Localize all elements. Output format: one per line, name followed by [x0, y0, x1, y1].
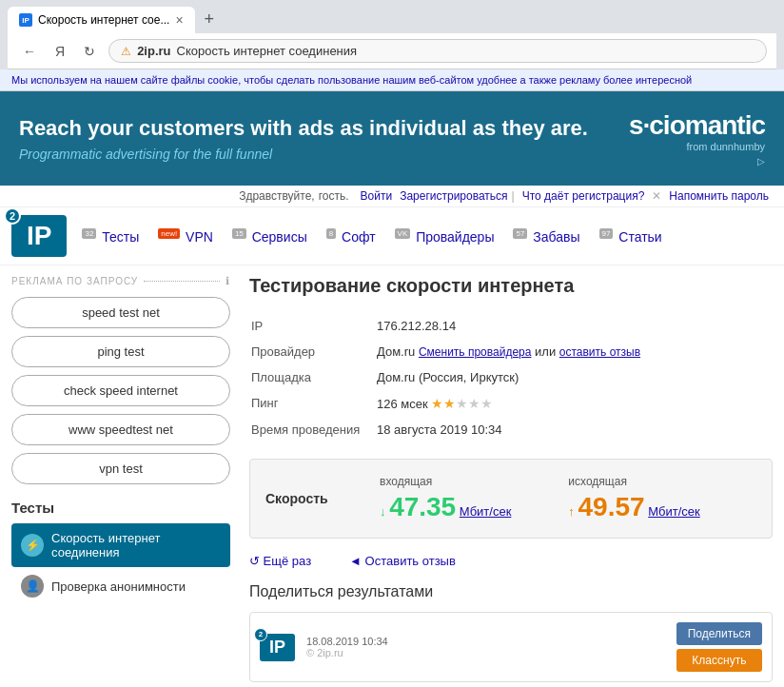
fun-label: Забавы [533, 228, 579, 244]
articles-badge: 97 [599, 228, 614, 239]
or-separator: или [535, 344, 559, 359]
ad-text-block: Reach your customers with ads as individ… [19, 115, 588, 162]
outgoing-value: 49.57 [578, 492, 644, 521]
leave-review-link[interactable]: оставить отзыв [559, 345, 640, 359]
outgoing-speed: исходящая ↑ 49.57 Мбит/сек [568, 475, 699, 522]
ping-number: 126 мсек [377, 397, 428, 411]
security-warning-icon: ⚠ [121, 45, 131, 58]
speed-actions: ↺ Ещё раз ◄ Оставить отзыв [249, 554, 773, 568]
logo-text: IP [27, 221, 51, 250]
back-button[interactable]: ← [17, 42, 42, 61]
info-table: IP 176.212.28.14 Провайдер Дом.ru Сменит… [249, 312, 773, 443]
articles-label: Статьи [618, 228, 661, 244]
location-value: Дом.ru (Россия, Иркутск) [377, 365, 771, 389]
incoming-speed: входящая ↓ 47.35 Мбит/сек [380, 475, 511, 522]
share-vk-button[interactable]: Поделиться [676, 622, 762, 645]
providers-badge: VK [395, 228, 411, 239]
menu-fun[interactable]: 57 Забавы [513, 228, 579, 245]
sidebar-item-anon[interactable]: 👤 Проверка анонимности [11, 567, 230, 605]
register-link[interactable]: Зарегистрироваться [400, 189, 507, 203]
address-path: Скорость интернет соединения [177, 44, 358, 58]
table-row: Пинг 126 мсек ★★★★★ [251, 391, 771, 416]
sidebar-item-speed[interactable]: ⚡ Скорость интернет соединения [11, 523, 230, 567]
login-link[interactable]: Войти [361, 189, 393, 203]
share-info: 18.08.2019 10:34 © 2ip.ru [306, 636, 665, 658]
soft-badge: 8 [326, 228, 336, 239]
ads-dots [144, 281, 220, 282]
ad-button-3[interactable]: check speed internet [11, 375, 230, 406]
ads-label: РЕКЛАМА ПО ЗАПРОСУ ℹ [11, 275, 230, 287]
share-time: 10:34 [362, 636, 388, 647]
share-card: 2 IP 18.08.2019 10:34 © 2ip.ru Поделитьс… [249, 612, 773, 682]
share-buttons: Поделиться Класснуть [676, 622, 762, 672]
address-domain: 2ip.ru [137, 44, 170, 58]
active-tab[interactable]: IP Скорость интернет сое... × [8, 7, 195, 33]
provider-label: Провайдер [251, 340, 375, 363]
tab-close-button[interactable]: × [175, 12, 183, 28]
proxy-icon: 👤 [21, 575, 44, 598]
ping-label: Пинг [251, 391, 375, 416]
incoming-unit: Мбит/сек [460, 504, 512, 519]
sidebar-item-speed-label: Скорость интернет соединения [51, 531, 221, 559]
menu-services[interactable]: 15 Сервисы [232, 228, 307, 245]
share-title: Поделиться результатами [249, 583, 773, 600]
cookie-banner: Мы используем на нашем сайте файлы cooki… [0, 69, 784, 91]
ad-button-4[interactable]: www speedtest net [11, 414, 230, 445]
ad-button-5[interactable]: vpn test [11, 453, 230, 484]
new-tab-button[interactable]: + [197, 6, 223, 33]
separator: | [512, 189, 515, 203]
incoming-value: 47.35 [389, 492, 456, 521]
speed-label: Скорость [265, 491, 380, 506]
outgoing-unit: Мбит/сек [648, 504, 700, 519]
services-label: Сервисы [252, 228, 307, 244]
ads-info-icon[interactable]: ℹ [225, 275, 230, 287]
menu-tests[interactable]: 32 Тесты [82, 228, 139, 245]
menu-providers[interactable]: VK Провайдеры [395, 228, 495, 245]
services-badge: 15 [232, 228, 246, 239]
tests-label: Тесты [102, 228, 139, 244]
sidebar-section-tests: Тесты ⚡ Скорость интернет соединения 👤 П… [11, 500, 230, 605]
ad-banner: Reach your customers with ads as individ… [0, 91, 784, 186]
provider-value: Дом.ru Сменить провайдера или оставить о… [377, 340, 771, 363]
table-row: Провайдер Дом.ru Сменить провайдера или … [251, 340, 771, 363]
ip-label: IP [251, 314, 375, 338]
ad-button-1[interactable]: speed test net [11, 297, 230, 328]
ad-button-2[interactable]: ping test [11, 336, 230, 367]
tests-badge: 32 [82, 228, 96, 239]
separator2: ✕ [652, 189, 661, 203]
soft-label: Софт [342, 228, 376, 244]
speed-columns: входящая ↓ 47.35 Мбит/сек исходящая ↑ 49… [380, 475, 700, 522]
address-bar[interactable]: ⚠ 2ip.ru Скорость интернет соединения [108, 39, 767, 63]
again-link[interactable]: ↺ Ещё раз [249, 554, 311, 568]
change-provider-link[interactable]: Сменить провайдера [419, 345, 532, 359]
ad-brand-block: s·ciomantic from dunnhumby ▷ [629, 110, 765, 167]
datetime-label: Время проведения [251, 418, 375, 442]
menu-articles[interactable]: 97 Статьи [599, 228, 662, 245]
ip-value: 176.212.28.14 [377, 314, 771, 338]
greeting-text: Здравствуйте, [239, 189, 315, 203]
tab-favicon: IP [19, 13, 32, 27]
share-ok-button[interactable]: Класснуть [676, 649, 762, 672]
page-body: РЕКЛАМА ПО ЗАПРОСУ ℹ speed test net ping… [0, 265, 784, 687]
reg-info-link[interactable]: Что даёт регистрация? [522, 189, 645, 203]
provider-name: Дом.ru [377, 344, 415, 359]
remind-link[interactable]: Напомнить пароль [669, 189, 769, 203]
outgoing-label: исходящая [568, 475, 699, 488]
main-menu: 32 Тесты new! VPN 15 Сервисы 8 Софт VK П… [82, 228, 661, 245]
menu-soft[interactable]: 8 Софт [326, 228, 376, 245]
ping-empty-stars: ★★★ [456, 396, 493, 411]
incoming-arrow: ↓ [380, 504, 386, 519]
ad-brand-name: s·ciomantic [629, 110, 765, 141]
page-title: Тестирование скорости интернета [249, 275, 773, 297]
reload-button[interactable]: ↻ [78, 42, 101, 61]
share-date-value: 18.08.2019 [306, 636, 359, 647]
menu-vpn[interactable]: new! VPN [158, 228, 213, 245]
incoming-value-row: ↓ 47.35 Мбит/сек [380, 492, 511, 522]
yandex-button[interactable]: Я [49, 42, 70, 61]
sidebar-section-title: Тесты [11, 500, 230, 516]
share-logo-text: IP [269, 638, 285, 657]
review-link[interactable]: ◄ Оставить отзыв [349, 554, 456, 568]
datetime-value: 18 августа 2019 10:34 [377, 418, 771, 442]
share-section: Поделиться результатами 2 IP 18.08.2019 … [249, 583, 773, 682]
tab-title: Скорость интернет сое... [38, 13, 169, 27]
